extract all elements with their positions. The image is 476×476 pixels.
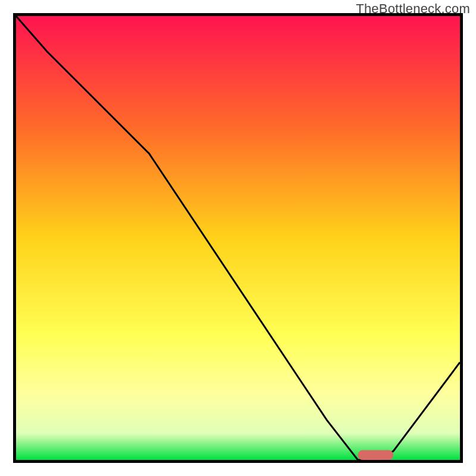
highlight-marker [358,450,393,460]
chart-container: TheBottleneck.com [0,0,476,476]
chart-svg [13,13,463,463]
plot-background [16,16,460,460]
